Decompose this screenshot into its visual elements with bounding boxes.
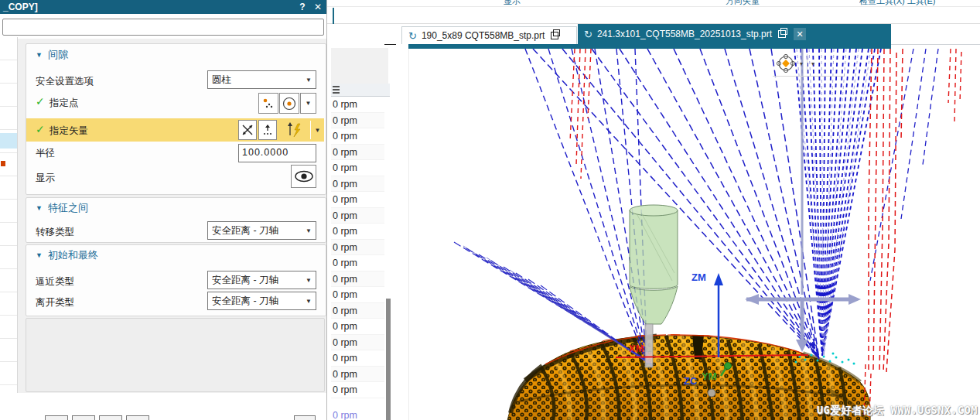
rpm-row[interactable]: 0 rpm <box>331 255 384 271</box>
rpm-row[interactable]: 0 rpm <box>331 303 384 319</box>
group-title-initial-final[interactable]: 初始和最终 <box>48 248 98 262</box>
rpm-row[interactable]: 0 rpm <box>331 271 384 288</box>
vector-options-dropdown[interactable]: ▼ <box>312 120 323 140</box>
approach-type-dropdown[interactable]: 安全距离 - 刀轴 ▼ <box>207 271 316 289</box>
navigator-toolbar-area <box>331 48 388 84</box>
ym-handle-sphere[interactable] <box>725 363 732 370</box>
origin-handle-sphere[interactable] <box>708 389 715 397</box>
rpm-row[interactable]: 0 rpm <box>331 208 384 224</box>
two-point-vector-button[interactable] <box>238 120 257 140</box>
spindle-speed-column-header[interactable] <box>331 84 390 97</box>
point-dialog-button[interactable] <box>258 93 278 114</box>
rpm-row[interactable]: 0 rpm <box>331 382 384 398</box>
specify-vector-label: 指定矢量 <box>50 125 88 138</box>
group-empty <box>26 318 325 392</box>
tab-part-190-5x89[interactable]: ↻ 190_5x89 CQT558MB_stp.prt <box>401 26 577 44</box>
rpm-row[interactable]: 0 rpm <box>331 367 384 383</box>
specify-point-label: 指定点 <box>50 97 79 110</box>
rpm-row[interactable]: 0 rpm <box>331 97 384 113</box>
xm-label: XM <box>629 343 644 354</box>
rpm-row[interactable]: 0 rpm <box>331 176 384 193</box>
tab-part-241-3x101-active[interactable]: ↻ 241.3x101_CQT558MB_20251013_stp.prt ✕ <box>578 24 891 44</box>
detach-tab-icon[interactable] <box>551 32 558 39</box>
vector-dots-icon <box>261 124 274 136</box>
navigator-selected-row-fragment[interactable] <box>0 133 17 149</box>
point-options-dropdown[interactable]: ▼ <box>300 93 316 114</box>
chevron-down-icon[interactable]: ▾ <box>800 60 803 67</box>
depart-type-label: 离开类型 <box>36 296 74 309</box>
footer-button-stub[interactable] <box>294 415 316 420</box>
rpm-row[interactable]: 0 rpm <box>331 192 384 208</box>
rpm-row-selected[interactable]: 0 rpm <box>331 408 384 420</box>
tab-label: 241.3x101_CQT558MB_20251013_stp.prt <box>597 29 772 39</box>
chevron-down-icon: ▼ <box>315 127 321 134</box>
group-initial-final: ▼ 初始和最终 逼近类型 安全距离 - 刀轴 ▼ 离开类型 安全距离 - 刀轴 … <box>26 244 326 316</box>
close-button[interactable]: ✕ <box>311 0 325 14</box>
rpm-rows: 0 rpm0 rpm0 rpm0 rpm0 rpm0 rpm0 rpm0 rpm… <box>331 97 384 398</box>
radius-field[interactable]: 100.0000 <box>238 144 316 162</box>
safety-option-dropdown[interactable]: 圆柱 ▼ <box>207 70 316 89</box>
chevron-down-icon: ▼ <box>306 77 312 84</box>
footer-button-stub[interactable] <box>126 415 149 420</box>
view-mini-toolbar: ▾ ▾ <box>773 51 844 77</box>
watermark: UG爱好者论坛 WWW.UGSNX.COM <box>817 404 978 418</box>
inferred-point-icon <box>282 97 296 111</box>
vertical-scrollbar-thumb[interactable] <box>386 299 391 420</box>
rpm-row[interactable]: 0 rpm <box>331 335 384 351</box>
right-arrow[interactable] <box>849 294 861 305</box>
crossed-arrows-icon <box>241 124 254 136</box>
eye-icon <box>295 170 313 183</box>
vector-inferred-button[interactable] <box>280 120 309 140</box>
footer-button-stub[interactable] <box>45 415 68 420</box>
transfer-type-dropdown[interactable]: 安全距离 - 刀轴 ▼ <box>207 221 316 240</box>
ribbon-fragment: 方向矢量 <box>726 0 795 5</box>
csys-manipulator[interactable] <box>745 49 861 352</box>
ribbon-fragment: 显示 <box>504 0 558 5</box>
group-clearance: ▼ 间隙 安全设置选项 圆柱 ▼ ✓ 指定点 <box>26 43 326 195</box>
left-arrow[interactable] <box>745 294 759 305</box>
group-title-between-features[interactable]: 特征之间 <box>48 201 88 215</box>
help-button[interactable]: ? <box>295 0 309 14</box>
check-icon: ✓ <box>36 123 45 135</box>
group-title-clearance[interactable]: 间隙 <box>48 48 68 62</box>
viewport-3d[interactable]: ZM XM YM ZC ▾ ▾ UG爱好者论坛 WWW.UGSNX.COM <box>408 49 980 420</box>
rpm-row[interactable]: 0 rpm <box>331 319 384 335</box>
rpm-row[interactable]: 0 rpm <box>331 224 384 240</box>
rpm-row[interactable]: 0 rpm <box>331 113 384 129</box>
navigator-rows-fragment <box>0 37 18 393</box>
zm-label: ZM <box>691 271 706 283</box>
close-icon: ✕ <box>796 29 803 39</box>
specify-vector-row[interactable]: ✓ 指定矢量 <box>26 118 324 142</box>
footer-button-stub[interactable] <box>99 415 122 420</box>
dotted-vector-button[interactable] <box>258 120 277 140</box>
orient-view-icon[interactable] <box>776 53 796 73</box>
dialog-title: _COPY] <box>3 2 38 12</box>
tab-label: 190_5x89 CQT558MB_stp.prt <box>422 30 545 41</box>
collapse-caret-icon[interactable]: ▼ <box>36 251 43 259</box>
chevron-down-icon[interactable]: ▾ <box>811 60 814 67</box>
list-lines-icon <box>333 86 340 94</box>
divider <box>807 54 808 73</box>
selection-input[interactable] <box>2 19 324 36</box>
close-tab-button[interactable]: ✕ <box>794 28 806 40</box>
detach-tab-icon[interactable] <box>778 30 786 38</box>
rpm-row[interactable]: 0 rpm <box>331 160 384 176</box>
toolpath-lines <box>454 49 938 367</box>
display-button[interactable] <box>291 165 316 188</box>
safety-option-value: 圆柱 <box>212 73 231 87</box>
rpm-row[interactable]: 0 rpm <box>331 128 384 145</box>
ribbon-clipped-row: 显示 方向矢量 检查工具(X) 工具(E) <box>327 0 980 7</box>
depart-type-dropdown[interactable]: 安全距离 - 刀轴 ▼ <box>207 292 316 310</box>
dialog-titlebar[interactable]: _COPY] ? ✕ <box>0 0 326 14</box>
footer-button-stub[interactable] <box>72 415 95 420</box>
rpm-row[interactable]: 0 rpm <box>331 240 384 256</box>
rpm-row[interactable]: 0 rpm <box>331 287 384 303</box>
rpm-row[interactable]: 0 rpm <box>331 145 384 161</box>
part-tab-bar: ↻ 190_5x89 CQT558MB_stp.prt ↻ 241.3x101_… <box>374 24 980 44</box>
safety-option-label: 安全设置选项 <box>36 75 94 88</box>
collapse-caret-icon[interactable]: ▼ <box>36 51 43 59</box>
inferred-point-button[interactable] <box>279 93 299 114</box>
collapse-caret-icon[interactable]: ▼ <box>36 204 43 212</box>
check-icon: ✓ <box>36 95 45 108</box>
rpm-row[interactable]: 0 rpm <box>331 350 384 367</box>
